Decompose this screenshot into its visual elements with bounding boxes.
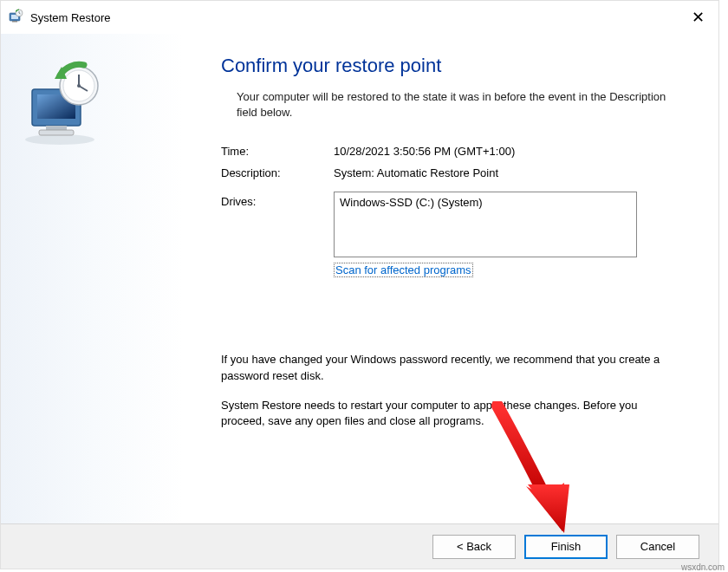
cancel-button[interactable]: Cancel bbox=[616, 535, 699, 559]
content-pane: Confirm your restore point Your computer… bbox=[183, 34, 718, 526]
restart-note: System Restore needs to restart your com… bbox=[221, 398, 680, 429]
notes-section: If you have changed your Windows passwor… bbox=[221, 352, 680, 429]
page-subheading: Your computer will be restored to the st… bbox=[221, 89, 680, 120]
password-note: If you have changed your Windows passwor… bbox=[221, 352, 680, 383]
window-title: System Restore bbox=[30, 11, 110, 24]
titlebar-left: System Restore bbox=[8, 9, 110, 27]
system-restore-illustration-icon bbox=[16, 136, 107, 149]
description-row: Description: System: Automatic Restore P… bbox=[221, 166, 680, 179]
finish-button[interactable]: Finish bbox=[524, 535, 608, 559]
drives-listbox[interactable]: Windows-SSD (C:) (System) bbox=[334, 192, 637, 257]
drives-item: Windows-SSD (C:) (System) bbox=[340, 196, 483, 209]
svg-rect-10 bbox=[39, 130, 74, 135]
scan-affected-programs-link[interactable]: Scan for affected programs bbox=[334, 263, 473, 277]
time-row: Time: 10/28/2021 3:50:56 PM (GMT+1:00) bbox=[221, 145, 680, 158]
page-heading: Confirm your restore point bbox=[221, 55, 680, 77]
back-button[interactable]: < Back bbox=[432, 535, 516, 559]
wizard-footer: < Back Finish Cancel bbox=[1, 523, 718, 569]
window-body: Confirm your restore point Your computer… bbox=[1, 34, 718, 526]
svg-rect-2 bbox=[12, 21, 17, 23]
watermark: wsxdn.com bbox=[681, 562, 725, 572]
description-value: System: Automatic Restore Point bbox=[334, 166, 498, 179]
titlebar: System Restore ✕ bbox=[1, 1, 718, 34]
svg-rect-9 bbox=[46, 126, 67, 130]
sidebar bbox=[1, 34, 183, 526]
close-button[interactable]: ✕ bbox=[686, 6, 710, 29]
svg-point-15 bbox=[77, 84, 81, 88]
drives-row: Drives: Windows-SSD (C:) (System) bbox=[221, 192, 680, 257]
drives-label: Drives: bbox=[221, 192, 334, 257]
description-label: Description: bbox=[221, 166, 334, 179]
time-value: 10/28/2021 3:50:56 PM (GMT+1:00) bbox=[334, 145, 515, 158]
system-restore-window: System Restore ✕ bbox=[0, 0, 719, 569]
svg-point-5 bbox=[25, 134, 94, 145]
time-label: Time: bbox=[221, 145, 334, 158]
system-restore-icon bbox=[8, 9, 23, 27]
